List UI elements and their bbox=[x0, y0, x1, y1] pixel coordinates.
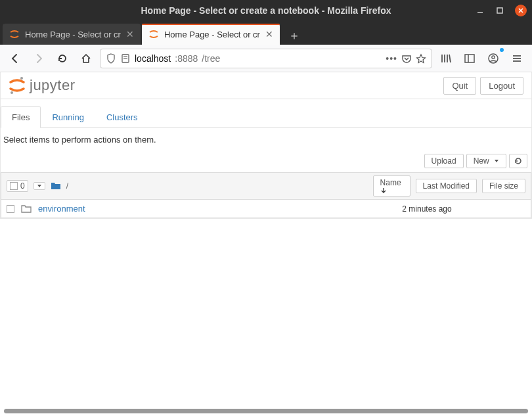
tab-clusters[interactable]: Clusters bbox=[95, 106, 149, 128]
file-list-header: 0 / Name Last Modified File size bbox=[1, 172, 531, 200]
row-checkbox[interactable] bbox=[7, 205, 14, 213]
reload-button[interactable] bbox=[53, 49, 72, 68]
browser-tab-label: Home Page - Select or cr bbox=[25, 30, 121, 39]
item-modified: 2 minutes ago bbox=[381, 204, 473, 214]
new-tab-button[interactable]: ＋ bbox=[285, 26, 303, 45]
minimize-button[interactable] bbox=[476, 6, 485, 15]
profile-icon[interactable] bbox=[483, 49, 503, 68]
refresh-icon bbox=[514, 156, 523, 166]
browser-tab-label: Home Page - Select or cr bbox=[164, 30, 260, 39]
caret-down-icon bbox=[494, 158, 499, 164]
sidebar-icon[interactable] bbox=[460, 49, 479, 68]
svg-line-10 bbox=[449, 55, 451, 62]
hamburger-menu-icon[interactable] bbox=[507, 49, 527, 68]
tab-running[interactable]: Running bbox=[41, 106, 95, 128]
quit-button[interactable]: Quit bbox=[443, 77, 476, 95]
sort-modified-button[interactable]: Last Modified bbox=[416, 179, 477, 193]
close-button[interactable] bbox=[515, 5, 527, 16]
jupyter-logo[interactable]: jupyter bbox=[9, 76, 76, 95]
sort-name-button[interactable]: Name bbox=[373, 175, 410, 196]
jupyter-tabs: Files Running Clusters bbox=[1, 99, 531, 128]
url-host: localhost bbox=[135, 53, 171, 64]
jupyter-logo-text: jupyter bbox=[30, 77, 76, 94]
back-button[interactable] bbox=[5, 49, 25, 68]
jupyter-favicon-icon bbox=[148, 29, 159, 39]
pocket-icon[interactable] bbox=[401, 53, 412, 64]
new-button-label: New bbox=[474, 156, 489, 166]
forward-button[interactable] bbox=[29, 49, 49, 68]
site-info-icon[interactable] bbox=[120, 53, 131, 64]
browser-tab[interactable]: Home Page - Select or cr ✕ bbox=[142, 24, 280, 45]
home-button[interactable] bbox=[76, 49, 96, 68]
upload-button[interactable]: Upload bbox=[424, 154, 464, 168]
titlebar: Home Page - Select or create a notebook … bbox=[0, 0, 532, 21]
select-all-checkbox[interactable] bbox=[10, 182, 18, 190]
svg-rect-1 bbox=[497, 8, 502, 13]
browser-tab-bar: Home Page - Select or cr ✕ Home Page - S… bbox=[0, 21, 532, 45]
jupyter-header: jupyter Quit Logout bbox=[1, 72, 531, 99]
action-hint: Select items to perform actions on them. bbox=[1, 128, 531, 151]
tab-close-icon[interactable]: ✕ bbox=[126, 29, 134, 39]
svg-point-19 bbox=[11, 91, 13, 94]
select-all-control[interactable]: 0 bbox=[7, 180, 28, 192]
refresh-button[interactable] bbox=[509, 154, 527, 168]
bookmark-star-icon[interactable] bbox=[416, 53, 426, 64]
browser-tab[interactable]: Home Page - Select or cr ✕ bbox=[3, 24, 141, 45]
jupyter-logo-icon bbox=[9, 76, 26, 95]
svg-point-14 bbox=[492, 55, 495, 58]
browser-navbar: localhost:8888/tree ••• bbox=[0, 45, 532, 72]
library-icon[interactable] bbox=[436, 49, 456, 68]
more-icon[interactable]: ••• bbox=[386, 53, 397, 64]
svg-rect-11 bbox=[465, 55, 474, 62]
address-bar[interactable]: localhost:8888/tree ••• bbox=[100, 49, 432, 68]
select-menu-button[interactable] bbox=[33, 182, 45, 190]
tab-close-icon[interactable]: ✕ bbox=[265, 29, 273, 39]
url-path: /tree bbox=[202, 53, 220, 64]
logout-button[interactable]: Logout bbox=[480, 77, 523, 95]
caret-down-icon bbox=[37, 183, 42, 189]
tab-files[interactable]: Files bbox=[1, 106, 41, 128]
shield-icon[interactable] bbox=[106, 53, 116, 64]
url-port: :8888 bbox=[175, 53, 198, 64]
list-item[interactable]: environment 2 minutes ago bbox=[1, 200, 531, 218]
maximize-button[interactable] bbox=[495, 6, 504, 15]
item-name[interactable]: environment bbox=[38, 204, 85, 214]
svg-point-18 bbox=[20, 77, 23, 80]
sort-size-button[interactable]: File size bbox=[482, 179, 525, 193]
jupyter-toolbar: Upload New bbox=[1, 151, 531, 172]
jupyter-favicon-icon bbox=[9, 29, 20, 39]
breadcrumb-root[interactable]: / bbox=[66, 181, 68, 191]
window-title: Home Page - Select or create a notebook … bbox=[0, 5, 532, 16]
folder-icon[interactable] bbox=[51, 181, 61, 191]
sort-name-label: Name bbox=[380, 178, 401, 187]
arrow-down-icon bbox=[380, 187, 403, 194]
horizontal-scrollbar[interactable] bbox=[4, 409, 528, 413]
folder-outline-icon bbox=[21, 204, 32, 214]
selected-count: 0 bbox=[20, 181, 25, 191]
new-button[interactable]: New bbox=[466, 154, 506, 168]
page-content: jupyter Quit Logout Files Running Cluste… bbox=[0, 72, 532, 219]
